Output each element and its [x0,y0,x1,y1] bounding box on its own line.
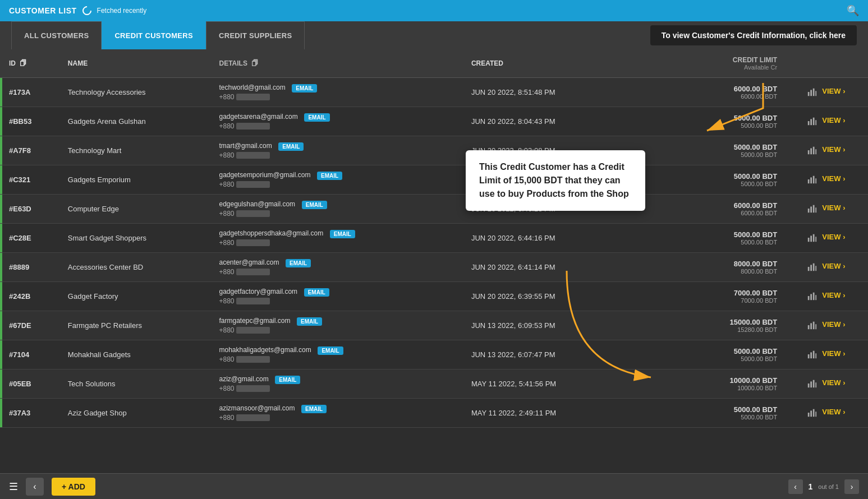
view-button[interactable]: VIEW › [822,233,845,241]
svg-rect-4 [812,89,814,96]
credit-avail-value: 7000.00 BDT [640,297,778,304]
credit-limit-value: 5000.00 BDT [640,114,778,122]
chart-icon[interactable] [807,145,817,155]
customer-credit: 5000.00 BDT 5000.00 BDT [633,107,784,136]
view-button[interactable]: VIEW › [822,262,845,270]
view-button[interactable]: VIEW › [822,291,845,299]
customer-email: aziz@gmail.com [219,375,269,383]
svg-rect-28 [812,264,814,271]
table-row: #E63D Computer Edge edgegulshan@gmail.co… [0,194,868,223]
chart-icon[interactable] [807,320,817,330]
header-id: ID 🗍 [2,49,61,77]
customer-actions: VIEW › [784,165,868,194]
customer-phone: +880 [219,210,270,218]
chart-icon[interactable] [807,349,817,359]
tab-credit-suppliers[interactable]: CREDIT SUPPLIERS [206,21,305,49]
header-details: DETAILS 🗍 [213,49,465,77]
credit-limit-value: 10000.00 BDT [640,376,778,385]
customer-tbody: #173A Technology Accessories techworld@g… [0,77,868,427]
tab-credit-customers[interactable]: CREDIT CUSTOMERS [102,21,206,49]
view-button[interactable]: VIEW › [822,378,845,387]
header-credit: CREDIT LIMIT Available Cr [633,49,784,77]
credit-avail-value: 5000.00 BDT [640,355,778,362]
view-button[interactable]: VIEW › [822,349,845,358]
customer-credit: 5000.00 BDT 5000.00 BDT [633,398,784,427]
view-button[interactable]: VIEW › [822,204,845,212]
chart-icon[interactable] [807,378,817,389]
customer-actions: VIEW › [784,311,868,340]
customer-actions: VIEW › [784,340,868,369]
customer-phone: +880 [219,151,270,159]
chart-icon[interactable] [807,87,817,97]
svg-rect-22 [807,238,809,242]
tab-all-customers[interactable]: ALL CUSTOMERS [11,21,102,49]
chart-icon[interactable] [807,233,817,243]
table-row: #C28E Smart Gadget Shoppers gadgetshoppe… [0,223,868,252]
view-button[interactable]: VIEW › [822,87,845,95]
add-button[interactable]: + ADD [52,478,95,496]
customer-table: ID 🗍 NAME DETAILS 🗍 CREATED CREDIT LIMIT… [0,49,868,428]
credit-avail-value: 10000.00 BDT [640,385,778,391]
customer-credit: 5000.00 BDT 5000.00 BDT [633,340,784,369]
svg-rect-19 [810,206,812,212]
svg-rect-30 [807,296,809,300]
table-row: #173A Technology Accessories techworld@g… [0,77,868,107]
details-sort-icon[interactable]: 🗍 [251,59,258,67]
svg-rect-34 [807,325,809,329]
customer-email: azizmansoor@gmail.com [219,404,295,412]
customer-id: #05EB [2,369,61,398]
svg-rect-38 [807,354,809,358]
customer-name: Accessories Center BD [61,252,213,281]
view-button[interactable]: VIEW › [822,145,845,154]
page-number: 1 [809,482,813,491]
chart-icon[interactable] [807,204,817,214]
chart-icon[interactable] [807,408,817,418]
view-button[interactable]: VIEW › [822,408,845,416]
customer-email: gadgetfactory@gmail.com [219,288,298,295]
customer-id: #A7F8 [2,136,61,165]
customer-credit: 8000.00 BDT 8000.00 BDT [633,252,784,281]
tab-bar-info[interactable]: To view Customer's Credit Information, c… [650,25,857,45]
chart-icon[interactable] [807,262,817,272]
back-button[interactable]: ‹ [26,478,44,496]
svg-rect-2 [807,92,809,96]
customer-name: Smart Gadget Shoppers [61,223,213,252]
email-badge: EMAIL [286,259,311,267]
credit-avail-value: 15280.00 BDT [640,326,778,333]
table-header-row: ID 🗍 NAME DETAILS 🗍 CREATED CREDIT LIMIT… [0,49,868,77]
hamburger-icon[interactable]: ☰ [9,480,18,493]
bottom-bar: ☰ ‹ + ADD ‹ 1 out of 1 › [0,473,868,499]
chart-icon[interactable] [807,291,817,301]
customer-phone: +880 [219,414,270,422]
customer-credit: 5000.00 BDT 5000.00 BDT [633,223,784,252]
customer-id: #C321 [2,165,61,194]
view-button[interactable]: VIEW › [822,116,845,124]
svg-rect-5 [815,91,816,96]
svg-rect-39 [810,352,812,358]
email-badge: EMAIL [302,201,327,209]
customer-id: #242B [2,281,61,311]
id-sort-icon[interactable]: 🗍 [20,59,26,67]
customer-name: Farmgate PC Retailers [61,311,213,340]
customer-details: farmgatepc@gmail.com EMAIL +880 [213,311,465,340]
search-icon[interactable]: 🔍 [847,4,859,17]
view-button[interactable]: VIEW › [822,174,845,183]
svg-rect-41 [815,353,816,358]
customer-actions: VIEW › [784,369,868,398]
svg-rect-9 [815,120,816,125]
table-row: #242B Gadget Factory gadgetfactory@gmail… [0,281,868,311]
credit-avail-value: 5000.00 BDT [640,151,778,158]
credit-avail-value: 8000.00 BDT [640,268,778,275]
email-badge: EMAIL [292,84,317,93]
prev-page-button[interactable]: ‹ [788,479,803,494]
customer-phone: +880 [219,122,270,130]
customer-credit: 5000.00 BDT 5000.00 BDT [633,165,784,194]
view-button[interactable]: VIEW › [822,320,845,329]
chart-icon[interactable] [807,174,817,184]
customer-actions: VIEW › [784,194,868,223]
next-page-button[interactable]: › [844,479,859,494]
refresh-icon[interactable] [80,4,93,17]
customer-actions: VIEW › [784,107,868,136]
svg-rect-18 [807,209,809,212]
chart-icon[interactable] [807,116,817,126]
